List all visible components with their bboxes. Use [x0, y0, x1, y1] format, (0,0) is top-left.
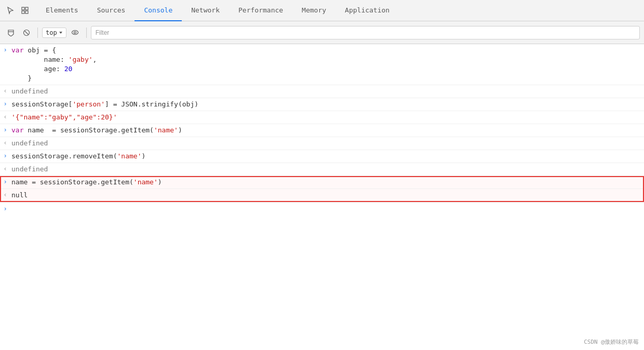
input-chevron-1: ›: [0, 45, 10, 53]
tab-application[interactable]: Application: [336, 0, 399, 21]
filter-input[interactable]: [91, 26, 640, 39]
output-chevron-1: ‹: [0, 86, 10, 95]
console-output-1: ‹ undefined: [0, 85, 644, 98]
svg-rect-2: [22, 11, 24, 14]
svg-rect-3: [25, 11, 28, 14]
watermark: CSDN @傲娇味的草莓: [584, 338, 639, 346]
toolbar-divider-1: [37, 28, 38, 38]
tab-console[interactable]: Console: [135, 0, 182, 21]
svg-point-9: [72, 31, 78, 35]
svg-rect-1: [25, 7, 28, 10]
output-chevron-3: ‹: [0, 138, 10, 146]
console-result-5: null: [10, 190, 644, 200]
console-output: › var obj = { name: 'gaby', age: 20 } ‹ …: [0, 44, 644, 350]
console-output-5: ‹ null: [0, 189, 644, 202]
output-chevron-4: ‹: [0, 164, 10, 172]
tab-memory[interactable]: Memory: [292, 0, 336, 21]
svg-line-7: [25, 31, 29, 34]
console-result-2: '{"name":"gaby","age":20}': [10, 112, 644, 123]
console-output-3: ‹ undefined: [0, 137, 644, 150]
highlighted-region: › name = sessionStorage.getItem('name') …: [0, 176, 644, 202]
toolbar-divider-2: [86, 28, 87, 38]
output-chevron-5: ‹: [0, 190, 10, 198]
input-chevron-4: ›: [0, 151, 10, 159]
console-result-3: undefined: [10, 138, 644, 149]
console-code-1: var obj = { name: 'gaby', age: 20 }: [10, 45, 644, 84]
console-result-4: undefined: [10, 164, 644, 174]
clear-console-icon[interactable]: [20, 26, 33, 39]
console-code-5: name = sessionStorage.getItem('name'): [10, 177, 644, 187]
console-input-3: › var name = sessionStorage.getItem('nam…: [0, 124, 644, 137]
tab-network[interactable]: Network: [182, 0, 229, 21]
cursor-icon[interactable]: [3, 3, 18, 18]
console-input-1: › var obj = { name: 'gaby', age: 20 }: [0, 44, 644, 85]
console-code-2: sessionStorage['person'] = JSON.stringif…: [10, 99, 644, 110]
context-label: top: [46, 29, 57, 36]
console-toolbar: top: [0, 21, 644, 44]
tab-bar: Elements Sources Console Network Perform…: [0, 0, 644, 21]
prompt-indicator: ›: [0, 204, 10, 212]
tab-sources[interactable]: Sources: [88, 0, 135, 21]
input-chevron-2: ›: [0, 99, 10, 107]
tab-elements[interactable]: Elements: [36, 0, 88, 21]
console-input-2: › sessionStorage['person'] = JSON.string…: [0, 98, 644, 111]
inspect-icon[interactable]: [18, 3, 32, 18]
input-chevron-3: ›: [0, 125, 10, 133]
execute-context-icon[interactable]: [4, 26, 18, 39]
svg-rect-0: [22, 7, 24, 10]
console-input-field[interactable]: [10, 204, 644, 212]
svg-marker-8: [59, 32, 62, 34]
console-result-1: undefined: [10, 86, 644, 97]
tab-performance[interactable]: Performance: [229, 0, 292, 21]
console-code-3: var name = sessionStorage.getItem('name'…: [10, 125, 644, 136]
devtools-icons: [3, 3, 32, 18]
console-output-4: ‹ undefined: [0, 163, 644, 176]
console-input-line: ›: [0, 202, 644, 213]
input-chevron-5: ›: [0, 177, 10, 185]
eye-icon[interactable]: [69, 26, 82, 39]
svg-point-10: [74, 32, 76, 34]
output-chevron-2: ‹: [0, 112, 10, 120]
console-output-2: ‹ '{"name":"gaby","age":20}': [0, 111, 644, 124]
svg-marker-4: [8, 30, 14, 36]
console-input-4: › sessionStorage.removeItem('name'): [0, 150, 644, 163]
console-code-4: sessionStorage.removeItem('name'): [10, 151, 644, 161]
console-input-5: › name = sessionStorage.getItem('name'): [0, 176, 644, 189]
context-selector[interactable]: top: [42, 28, 66, 38]
